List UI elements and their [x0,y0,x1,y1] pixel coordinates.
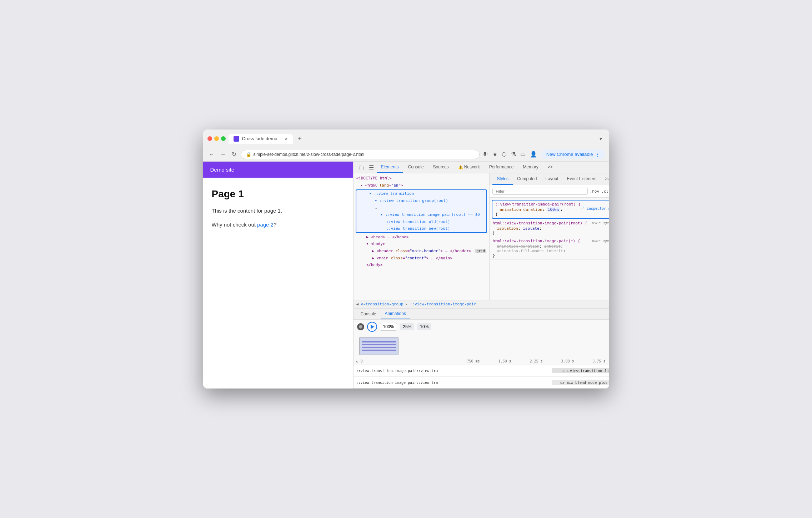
styles-tab-layout[interactable]: Layout [541,173,562,185]
styles-panel: Styles Computed Layout Event Listeners >… [490,173,609,300]
bottom-tab-console[interactable]: Console [356,309,381,319]
page-text-1: This is the content for page 1. [212,207,345,215]
tab-memory[interactable]: Memory [518,162,542,173]
bookmark-icon[interactable]: ★ [492,151,497,158]
style-rule-selector-line: ::view-transition-image-pair(root) { 📄 i… [495,202,609,207]
page-body: Page 1 This is the content for page 1. W… [203,178,353,245]
page-text-2-after: ? [274,222,276,228]
view-transition-pseudo: ▾ ::view-transition [369,191,414,196]
animation-duration-prop-2: animation-duration [497,244,539,249]
style-rule-2-close: } [492,253,609,258]
style-rule-highlighted: ::view-transition-image-pair(root) { 📄 i… [492,200,609,218]
speed-100-button[interactable]: 100% [380,323,397,331]
speed-25-button[interactable]: 25% [400,323,414,330]
animation-fill-mode-prop: animation-fill-mode [497,249,542,253]
style-source[interactable]: 📄 inspector-stylesheet:4 [580,207,609,210]
close-window-button[interactable] [207,136,212,141]
timeline-225s: 2.25 s [530,359,542,363]
devtools-device-icon[interactable]: ☰ [367,163,376,172]
tab-elements[interactable]: Elements [377,162,403,173]
speed-10-button[interactable]: 10% [417,323,431,330]
ellipsis-line: … [356,204,487,211]
head-tag: ▶ <head> … </head> [366,235,409,239]
styles-tab-styles[interactable]: Styles [492,173,513,185]
view-transition-image-pair-line: ▾ ::view-transition-image-pair(root) == … [356,211,487,218]
styles-tab-event-listeners[interactable]: Event Listeners [562,173,601,185]
devtools-panel: ⬚ ☰ Elements Console Sources Network Per… [353,162,609,388]
timeline-label-col-header: ↺ 0 [354,358,464,365]
animations-controls: 100% 25% 10% [354,320,609,334]
lab-icon[interactable]: ⚗ [511,151,516,158]
page-2-link[interactable]: page 2 [257,222,274,228]
html-tag-line: ▾ <html lang="en"> [354,182,490,189]
reload-button[interactable]: ↻ [230,149,238,159]
html-tag: ▾ <html lang="en"> [361,183,403,188]
tab-more[interactable]: >> [543,162,557,173]
bottom-tab-animations[interactable]: Animations [381,309,410,319]
grid-badge[interactable]: grid [475,249,486,253]
hov-button[interactable]: :hov [590,189,600,194]
browser-window: Cross fade demo × + ▾ ← → ↻ 🔒 simple-set… [203,130,609,388]
style-rule-1-prop-line: isolation: isolate; [492,226,609,231]
style-rule-ua-2: html::view-transition-image-pair(*) { us… [490,237,609,260]
devtools-settings-icon[interactable]: ⚙ [607,163,609,172]
highlighted-elements-block: ▾ ::view-transition ▾ ::view-transition-… [356,189,487,233]
tab-sources[interactable]: Sources [429,162,453,173]
thumb-line-2 [362,344,396,345]
new-chrome-button[interactable]: New Chrome available ⋮ [541,149,605,159]
breadcrumb-item-1[interactable]: v-transition-group [361,302,403,306]
breadcrumb-back[interactable]: ◀ [356,302,359,306]
header-tag: ▶ <header class="main-header"> … </heade… [372,249,471,253]
back-button[interactable]: ← [207,150,216,159]
extension-icon[interactable]: ⬡ [502,151,507,158]
timeline-zero: 0 [361,359,363,363]
tab-performance[interactable]: Performance [485,162,518,173]
highlighted-style-rule: ::view-transition-image-pair(root) { 📄 i… [492,200,609,219]
filter-bar: :hov .cls ＋ ⊞ ⊟ [490,185,609,198]
thumb-line-3 [362,347,396,348]
devtools-inspector-icon[interactable]: ⬚ [356,163,366,172]
refresh-icon[interactable]: ↺ [356,359,359,363]
svg-point-0 [359,325,362,329]
filter-input[interactable] [492,188,587,195]
view-transition-group-line: ▾ ::view-transition-group(root) [356,197,487,204]
styles-tab-more[interactable]: >> [601,173,609,185]
minimize-window-button[interactable] [214,136,219,141]
address-input[interactable]: 🔒 simple-set-demos.glitch.me/2-slow-cros… [241,150,480,159]
styles-tab-computed[interactable]: Computed [513,173,541,185]
elements-panel[interactable]: <!DOCTYPE html> ▾ <html lang="en"> ▾ ::v… [354,173,490,300]
play-button[interactable] [367,322,377,332]
tab-list-icon[interactable]: ▾ [597,134,605,143]
new-tab-button[interactable]: + [295,133,305,144]
play-icon [371,325,374,329]
eye-slash-icon[interactable]: 👁 [482,151,488,158]
timeline-header: ↺ 0 750 ms 1.50 s 2.25 s 3.00 s 3.75 s 4… [354,358,609,365]
style-rule-ua-1: html::view-transition-image-pair(root) {… [490,219,609,237]
record-button[interactable] [357,323,364,330]
maximize-window-button[interactable] [221,136,226,141]
animation-row-2[interactable]: ::view-transition-image-pair::view-tra -… [354,377,609,388]
thumb-line-1 [362,341,396,342]
cls-button[interactable]: .cls [601,189,609,194]
tab-network[interactable]: Network [454,162,484,173]
devtools-main: <!DOCTYPE html> ▾ <html lang="en"> ▾ ::v… [354,173,609,388]
animation-row-1[interactable]: ::view-transition-image-pair::view-tra -… [354,365,609,377]
browser-tab-active[interactable]: Cross fade demo × [229,134,293,144]
anim-bar-1: -ua-view-transition-fade-out [552,368,609,373]
timeline-time-col-header: 750 ms 1.50 s 2.25 s 3.00 s 3.75 s 4.50 … [464,358,609,365]
breadcrumb-item-2[interactable]: ::view-transition-image-pair [410,302,476,306]
anim-bar-2: -ua-mix-blend-mode-plus-lighter [552,380,609,385]
style-selector: ::view-transition-image-pair(root) { [495,202,580,207]
style-close-brace: } [495,212,609,217]
forward-button[interactable]: → [219,150,227,159]
devices-icon[interactable]: ▭ [520,151,526,158]
tab-console[interactable]: Console [404,162,428,173]
style-rule-2-selector: html::view-transition-image-pair(*) { [492,239,580,243]
thumb-lines [360,337,398,355]
tab-title: Cross fade demo [242,136,277,141]
page-text-2-before: Why not check out [212,222,257,228]
tab-close-button[interactable]: × [285,136,287,142]
main-tag: ▶ <main class="content"> … </main> [372,256,452,260]
profile-icon[interactable]: 👤 [530,151,537,158]
html-doctype-line: <!DOCTYPE html> [354,175,490,182]
